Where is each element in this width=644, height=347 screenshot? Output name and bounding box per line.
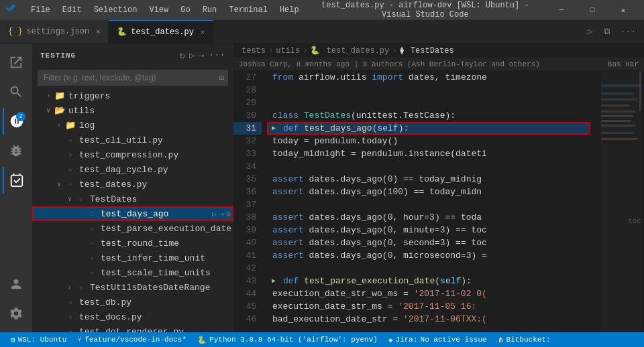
code-line-43: ▶ def test_parse_execution_date(self): [267,275,590,287]
status-bar: ⊞ WSL: Ubuntu ⑂ feature/vscode-in-docs* … [0,332,644,347]
activity-search[interactable] [3,78,30,105]
py-breadcrumb-icon: 🐍 [310,46,320,56]
activity-user[interactable] [3,271,30,297]
tree-item-test-db[interactable]: › ○ test_db.py [32,295,233,309]
code-line-42 [267,262,590,275]
bitbucket-label: Bitbucket: [506,336,551,344]
tab-close-test-dates[interactable]: ✕ [201,28,205,36]
tab-settings[interactable]: { } settings.json ✕ [0,20,109,43]
test-circle-icon: ○ [86,209,98,219]
tree-item-test-dag-cycle[interactable]: › ○ test_dag_cycle.py [32,162,233,177]
debug-tests-button[interactable]: ⇢ [199,50,204,61]
run-arrow-43[interactable]: ▶ [267,275,280,287]
bitbucket-icon: ⋔ [498,336,504,344]
refresh-tests-button[interactable]: ↻ [179,50,184,61]
tree-label: test_infer_time_unit [101,253,233,263]
run-editor-button[interactable]: ▷ [585,25,596,38]
tree-item-testdates-class[interactable]: ∨ ○ TestDates [32,192,233,206]
breadcrumb-class[interactable]: ⧫ TestDates [399,46,453,56]
jira-label: Jira: [396,336,418,344]
tree-item-test-cli-util[interactable]: › ○ test_cli_util.py [32,133,233,147]
tab-close-settings[interactable]: ✕ [96,27,100,36]
split-editor-button[interactable]: ⧉ [601,25,612,38]
filter-icon[interactable]: ⊟ [219,73,224,83]
folder-icon: 📁 [54,90,66,101]
run-arrow[interactable]: ▶ [267,122,280,135]
more-sidebar-button[interactable]: ··· [209,50,225,61]
status-wsl[interactable]: ⊞ WSL: Ubuntu [5,332,72,347]
menu-bar: File Edit Selection View Go Run Terminal… [25,4,305,16]
tree-label: test_compression.py [79,150,233,160]
more-actions-button[interactable]: ··· [618,25,639,38]
git-badge: 2 [16,112,25,121]
close-button[interactable]: ✕ [608,0,639,20]
menu-edit[interactable]: Edit [57,4,87,16]
filter-input[interactable] [38,70,228,86]
tree-item-test-round[interactable]: › ○ test_round_time [32,236,233,251]
code-line-39: assert dates.days_ago(0, minute=3) == to… [267,224,590,236]
run-test-button[interactable]: ▷ [212,210,217,218]
tree-item-triggers[interactable]: › 📁 triggers [32,88,233,103]
menu-go[interactable]: Go [175,4,195,16]
tree-item-test-parse[interactable]: › ○ test_parse_execution_date [32,221,233,236]
test-circle-icon: ○ [64,152,76,158]
breadcrumb-tests[interactable]: tests [241,46,266,56]
go-to-test-button[interactable]: ⊙ [226,210,231,218]
menu-help[interactable]: Help [274,4,305,16]
activity-testing[interactable] [3,167,30,194]
tree-item-test-scale[interactable]: › ○ test_scale_time_units [32,265,233,280]
tree-item-test-infer[interactable]: › ○ test_infer_time_unit [32,251,233,265]
run-all-tests-button[interactable]: ▷ [189,50,195,61]
tree-item-test-dates-file[interactable]: ∨ ○ test_dates.py [32,177,233,192]
status-python[interactable]: 🐍 Python 3.8.8 64-bit ('airflow': pyenv) [192,332,383,347]
wsl-label: WSL: Ubuntu [18,336,67,344]
test-circle-icon: ○ [75,196,87,202]
status-jira[interactable]: ◈ Jira: No active issue [383,332,492,347]
file-tree: › 📁 triggers ∨ 📂 utils › 📁 log › ○ test_… [32,88,233,332]
breadcrumb-utils[interactable]: utils [276,46,300,56]
code-line-45: execution_date_str_ms = '2017-11-05 16: [267,300,590,313]
activity-bottom [3,271,30,327]
activity-settings[interactable] [3,300,30,327]
test-circle-icon: ○ [86,255,98,261]
tree-label: test_db.py [79,297,233,307]
status-bitbucket[interactable]: ⋔ Bitbucket: [492,332,556,347]
tree-label: test_dag_cycle.py [79,165,233,175]
test-circle-icon: ○ [64,182,76,188]
minimize-button[interactable]: ─ [546,0,577,20]
maximize-button[interactable]: □ [577,0,608,20]
breadcrumb-file[interactable]: 🐍 test_dates.py [310,46,389,56]
tree-item-test-compression[interactable]: › ○ test_compression.py [32,147,233,162]
menu-view[interactable]: View [144,4,174,16]
tree-item-test-days-ago[interactable]: › ○ test_days_ago ▷ ⇢ ⊙ [32,206,233,221]
editor-area: tests › utils › 🐍 test_dates.py › ⧫ Test… [233,44,644,332]
menu-run[interactable]: Run [197,4,223,16]
activity-debug[interactable] [3,137,30,164]
code-line-32: today = pendulum.today() [267,135,590,147]
editor-container: Joshua Carp, 8 months ago | 8 authors (A… [233,58,644,332]
code-line-41: assert dates.days_ago(0, microsecond=3) … [267,249,590,262]
branch-label: feature/vscode-in-docs* [85,336,186,344]
menu-terminal[interactable]: Terminal [223,4,273,16]
menu-selection[interactable]: Selection [89,4,143,16]
debug-test-button[interactable]: ⇢ [219,210,224,218]
status-branch[interactable]: ⑂ feature/vscode-in-docs* [72,332,192,347]
activity-explorer[interactable] [3,49,30,76]
code-line-28 [267,84,590,96]
test-circle-icon: ○ [64,167,76,173]
tree-item-test-docs[interactable]: › ○ test_docs.py [32,309,233,324]
tree-label: triggers [68,91,233,101]
tab-test-dates[interactable]: 🐍 test_dates.py ✕ [109,20,213,43]
tree-item-test-utils-range[interactable]: › ○ TestUtilsDatesDateRange [32,280,233,295]
py-file-icon: 🐍 [117,27,127,37]
tree-item-utils[interactable]: ∨ 📂 utils [32,103,233,118]
tree-item-log[interactable]: › 📁 log [32,118,233,133]
tree-item-test-dot-renderer[interactable]: › ○ test_dot_renderer.py [32,324,233,332]
tree-label: test_scale_time_units [101,268,233,278]
menu-file[interactable]: File [25,4,56,16]
code-line-27: from airflow.utils import dates, timezon… [267,71,590,84]
activity-git[interactable]: 2 [3,108,30,135]
test-circle-icon: ○ [75,285,87,291]
tree-label: test_days_ago [101,209,212,219]
code-editor[interactable]: from airflow.utils import dates, timezon… [267,71,590,332]
